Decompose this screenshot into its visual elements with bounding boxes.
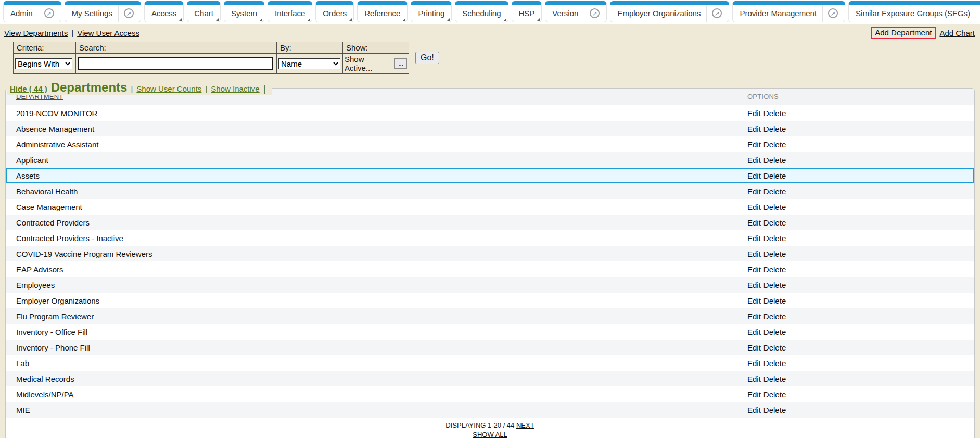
delete-action[interactable]: Delete bbox=[763, 312, 786, 321]
edit-action[interactable]: Edit bbox=[747, 218, 761, 227]
tab-label: Interface bbox=[275, 9, 305, 18]
department-name: Inventory - Office Fill bbox=[6, 328, 747, 336]
search-form: Criteria: Search: By: Show: Begins With … bbox=[13, 42, 980, 74]
row-options: EditDelete bbox=[747, 156, 974, 165]
department-name: Behavioral Health bbox=[6, 187, 747, 196]
tab-system[interactable]: System bbox=[224, 1, 264, 22]
by-select[interactable]: Name bbox=[278, 58, 340, 69]
edit-action[interactable]: Edit bbox=[747, 312, 761, 321]
delete-action[interactable]: Delete bbox=[763, 187, 786, 196]
tab-employer-organizations[interactable]: Employer Organizations↗ bbox=[610, 1, 729, 22]
edit-action[interactable]: Edit bbox=[747, 249, 761, 258]
popout-divider: ↗ bbox=[706, 5, 722, 22]
delete-action[interactable]: Delete bbox=[763, 140, 786, 149]
tab-provider-management[interactable]: Provider Management↗ bbox=[732, 1, 845, 22]
tab-similar-exposure-groups-segs[interactable]: Similar Exposure Groups (SEGs)↗ bbox=[848, 1, 980, 22]
show-all-link[interactable]: SHOW ALL bbox=[473, 431, 507, 438]
popout-arrow-icon[interactable]: ↗ bbox=[828, 8, 838, 18]
go-button[interactable]: Go! bbox=[415, 52, 439, 64]
edit-action[interactable]: Edit bbox=[747, 171, 761, 180]
row-options: EditDelete bbox=[747, 406, 974, 415]
edit-action[interactable]: Edit bbox=[747, 234, 761, 243]
criteria-select[interactable]: Begins With bbox=[15, 58, 72, 69]
view-departments-link[interactable]: View Departments bbox=[4, 29, 68, 37]
tab-orders[interactable]: Orders bbox=[315, 1, 354, 22]
popout-arrow-icon[interactable]: ↗ bbox=[712, 8, 722, 18]
row-options: EditDelete bbox=[747, 249, 974, 258]
delete-action[interactable]: Delete bbox=[763, 343, 786, 352]
menu-arrow-icon bbox=[179, 18, 182, 21]
delete-action[interactable]: Delete bbox=[763, 249, 786, 258]
edit-action[interactable]: Edit bbox=[747, 124, 761, 133]
menu-arrow-icon bbox=[447, 18, 450, 21]
popout-divider: ↗ bbox=[118, 5, 134, 22]
show-options-button[interactable]: ... bbox=[394, 58, 407, 69]
popout-arrow-icon[interactable]: ↗ bbox=[124, 8, 134, 18]
table-row: MIEEditDelete bbox=[6, 402, 974, 418]
delete-action[interactable]: Delete bbox=[763, 156, 786, 165]
delete-action[interactable]: Delete bbox=[763, 374, 786, 383]
delete-action[interactable]: Delete bbox=[763, 296, 786, 305]
legend-pipe: | bbox=[131, 84, 133, 93]
popout-arrow-icon[interactable]: ↗ bbox=[44, 8, 54, 18]
tab-label: Employer Organizations bbox=[617, 9, 701, 18]
hide-count-link[interactable]: Hide ( 44 ) bbox=[10, 84, 47, 93]
edit-action[interactable]: Edit bbox=[747, 281, 761, 290]
tab-reference[interactable]: Reference bbox=[357, 1, 408, 22]
department-name: Contracted Providers bbox=[6, 218, 747, 227]
delete-action[interactable]: Delete bbox=[763, 109, 786, 118]
tab-hsp[interactable]: HSP bbox=[512, 1, 542, 22]
delete-action[interactable]: Delete bbox=[763, 265, 786, 274]
row-options: EditDelete bbox=[747, 359, 974, 368]
add-department-link[interactable]: Add Department bbox=[875, 28, 932, 37]
tab-access[interactable]: Access bbox=[144, 1, 184, 22]
view-user-access-link[interactable]: View User Access bbox=[77, 29, 139, 37]
next-page-link[interactable]: NEXT bbox=[516, 421, 534, 429]
tab-admin[interactable]: Admin↗ bbox=[3, 1, 61, 22]
department-name: 2019-NCOV MONITOR bbox=[6, 109, 747, 118]
table-row: EmployeesEditDelete bbox=[6, 277, 974, 293]
edit-action[interactable]: Edit bbox=[747, 328, 761, 336]
tab-interface[interactable]: Interface bbox=[268, 1, 312, 22]
search-input[interactable] bbox=[78, 57, 273, 70]
delete-action[interactable]: Delete bbox=[763, 203, 786, 211]
delete-action[interactable]: Delete bbox=[763, 218, 786, 227]
edit-action[interactable]: Edit bbox=[747, 390, 761, 399]
delete-action[interactable]: Delete bbox=[763, 281, 786, 290]
delete-action[interactable]: Delete bbox=[763, 359, 786, 368]
department-name: Inventory - Phone Fill bbox=[6, 343, 747, 352]
delete-action[interactable]: Delete bbox=[763, 234, 786, 243]
tab-version[interactable]: Version↗ bbox=[545, 1, 607, 22]
edit-action[interactable]: Edit bbox=[747, 140, 761, 149]
edit-action[interactable]: Edit bbox=[747, 296, 761, 305]
add-chart-link[interactable]: Add Chart bbox=[939, 29, 975, 37]
edit-action[interactable]: Edit bbox=[747, 265, 761, 274]
menu-arrow-icon bbox=[216, 18, 219, 21]
delete-action[interactable]: Delete bbox=[763, 124, 786, 133]
show-inactive-link[interactable]: Show Inactive bbox=[211, 84, 259, 93]
edit-action[interactable]: Edit bbox=[747, 343, 761, 352]
tab-scheduling[interactable]: Scheduling bbox=[455, 1, 508, 22]
edit-action[interactable]: Edit bbox=[747, 359, 761, 368]
edit-action[interactable]: Edit bbox=[747, 203, 761, 211]
edit-action[interactable]: Edit bbox=[747, 187, 761, 196]
table-row: AssetsEditDelete bbox=[6, 168, 974, 183]
delete-action[interactable]: Delete bbox=[763, 171, 786, 180]
delete-action[interactable]: Delete bbox=[763, 390, 786, 399]
table-row: Contracted ProvidersEditDelete bbox=[6, 215, 974, 230]
show-user-counts-link[interactable]: Show User Counts bbox=[136, 84, 201, 93]
tab-printing[interactable]: Printing bbox=[411, 1, 452, 22]
popout-arrow-icon[interactable]: ↗ bbox=[590, 8, 600, 18]
delete-action[interactable]: Delete bbox=[763, 328, 786, 336]
tab-chart[interactable]: Chart bbox=[187, 1, 221, 22]
table-row: Medical RecordsEditDelete bbox=[6, 371, 974, 386]
tab-label: Provider Management bbox=[740, 9, 817, 18]
popout-divider: ↗ bbox=[822, 5, 838, 22]
tab-my-settings[interactable]: My Settings↗ bbox=[65, 1, 141, 22]
row-options: EditDelete bbox=[747, 281, 974, 290]
edit-action[interactable]: Edit bbox=[747, 109, 761, 118]
delete-action[interactable]: Delete bbox=[763, 406, 786, 415]
edit-action[interactable]: Edit bbox=[747, 374, 761, 383]
edit-action[interactable]: Edit bbox=[747, 406, 761, 415]
edit-action[interactable]: Edit bbox=[747, 156, 761, 165]
